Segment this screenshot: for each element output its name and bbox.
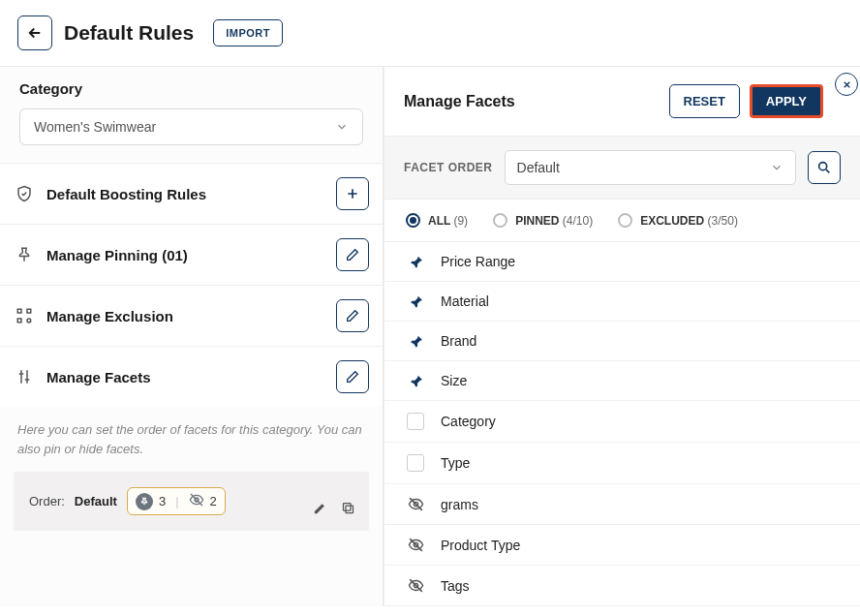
edit-exclusion-button[interactable] — [336, 299, 369, 332]
radio-icon — [618, 213, 632, 228]
facet-label: Category — [441, 414, 496, 429]
facet-order-value: Default — [517, 160, 560, 175]
reset-button[interactable]: RESET — [669, 84, 740, 118]
search-button[interactable] — [808, 151, 841, 184]
edit-icon — [345, 369, 360, 385]
shield-icon — [15, 185, 33, 202]
facet-row[interactable]: Product Type — [384, 525, 860, 566]
facet-label: Material — [441, 293, 489, 309]
pin-circle-icon — [136, 493, 153, 510]
facet-label: Size — [441, 373, 467, 388]
panel-title: Manage Facets — [404, 93, 515, 110]
tab-pinned[interactable]: PINNED (4/10) — [493, 213, 593, 228]
edit-pinning-button[interactable] — [336, 238, 369, 271]
chevron-down-icon — [335, 120, 349, 134]
svg-point-7 — [819, 163, 827, 170]
pin-icon — [15, 246, 33, 263]
facets-helper-text: Here you can set the order of facets for… — [0, 407, 383, 472]
edit-icon — [345, 308, 360, 323]
row-default-boosting[interactable]: Default Boosting Rules — [0, 163, 383, 224]
search-icon — [816, 160, 832, 175]
svg-point-3 — [27, 319, 31, 323]
facet-row[interactable]: Brand — [384, 322, 860, 361]
pinned-count: 3 — [159, 494, 166, 508]
rule-label: Manage Pinning (01) — [46, 247, 188, 263]
facet-row[interactable]: Price Range — [384, 242, 860, 282]
chevron-down-icon — [770, 161, 783, 174]
facet-label: Brand — [441, 333, 476, 349]
facet-row[interactable]: Category — [384, 401, 860, 443]
copy-icon — [341, 501, 355, 515]
close-button[interactable] — [835, 73, 858, 96]
facet-label: Type — [441, 455, 470, 471]
row-manage-exclusion[interactable]: Manage Exclusion — [0, 285, 383, 346]
order-label: Order: — [29, 494, 65, 508]
order-value: Default — [75, 494, 117, 508]
edit-facets-button[interactable] — [336, 360, 369, 393]
svg-rect-2 — [17, 319, 21, 323]
card-edit-button[interactable] — [313, 501, 327, 519]
edit-icon — [345, 247, 360, 262]
svg-rect-0 — [17, 309, 21, 313]
close-icon — [842, 79, 852, 90]
facet-counts-badge: 3 | 2 — [127, 487, 226, 515]
facet-row[interactable]: Size — [384, 361, 860, 401]
facet-row[interactable]: Tags — [384, 566, 860, 606]
arrow-left-icon — [26, 24, 44, 42]
pin-icon — [406, 294, 425, 309]
tab-all[interactable]: ALL (9) — [406, 213, 468, 228]
facet-row[interactable]: Material — [384, 282, 860, 322]
eye-off-icon — [406, 537, 425, 553]
checkbox-icon[interactable] — [406, 454, 425, 472]
svg-rect-6 — [344, 504, 352, 511]
back-button[interactable] — [17, 15, 52, 50]
category-heading: Category — [0, 67, 383, 108]
page-title: Default Rules — [64, 21, 194, 45]
facet-row[interactable]: grams — [384, 484, 860, 525]
hidden-count: 2 — [210, 494, 217, 508]
facet-label: grams — [441, 497, 478, 512]
filter-icon — [15, 368, 33, 385]
tab-excluded[interactable]: EXCLUDED (3/50) — [618, 213, 738, 228]
facet-order-label: FACET ORDER — [404, 161, 493, 174]
svg-rect-1 — [27, 309, 31, 313]
eye-off-icon — [406, 496, 425, 512]
facet-label: Product Type — [441, 538, 520, 553]
rule-label: Manage Exclusion — [46, 308, 173, 324]
add-boosting-button[interactable] — [336, 177, 369, 210]
checkbox-icon[interactable] — [406, 413, 425, 430]
facet-label: Tags — [441, 578, 470, 594]
eye-off-icon — [189, 492, 204, 510]
rule-label: Default Boosting Rules — [46, 186, 206, 202]
facet-row[interactable]: Type — [384, 443, 860, 484]
import-button[interactable]: IMPORT — [213, 19, 283, 46]
radio-icon — [406, 213, 420, 228]
plus-icon — [345, 186, 360, 201]
pin-icon — [406, 255, 425, 269]
facet-order-card: Order: Default 3 | 2 — [14, 472, 369, 531]
facet-label: Price Range — [441, 254, 515, 269]
pencil-icon — [313, 501, 327, 515]
pin-icon — [406, 374, 425, 388]
grid-icon — [15, 307, 33, 324]
card-copy-button[interactable] — [341, 501, 355, 519]
rule-label: Manage Facets — [46, 369, 151, 385]
category-select[interactable]: Women's Swimwear — [19, 108, 363, 145]
pin-icon — [406, 334, 425, 349]
row-manage-pinning[interactable]: Manage Pinning (01) — [0, 224, 383, 285]
row-manage-facets[interactable]: Manage Facets — [0, 346, 383, 407]
eye-off-icon — [406, 577, 425, 594]
radio-icon — [493, 213, 507, 228]
svg-rect-5 — [346, 506, 353, 513]
facet-order-select[interactable]: Default — [505, 150, 796, 185]
category-value: Women's Swimwear — [34, 119, 156, 135]
apply-button[interactable]: APPLY — [750, 84, 823, 118]
